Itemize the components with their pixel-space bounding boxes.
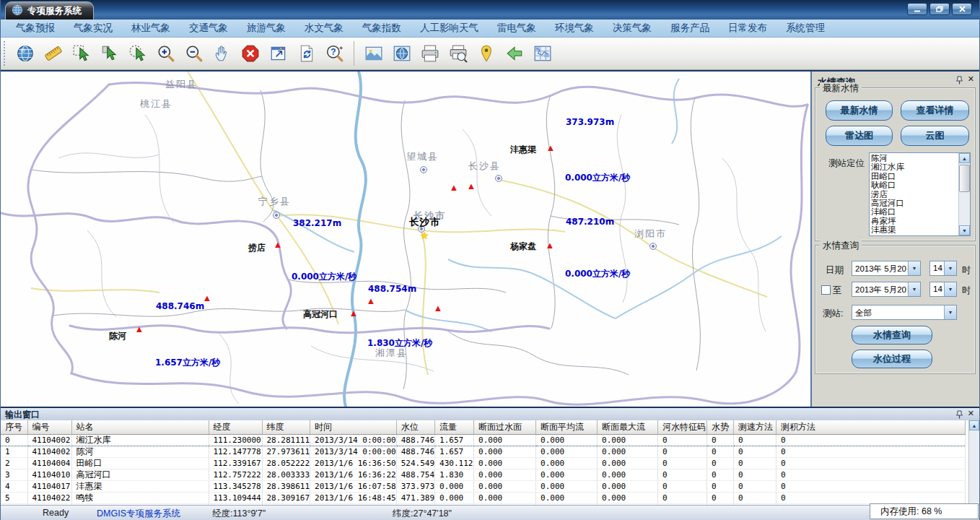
column-header[interactable]: 水位 [396,420,434,434]
station-list-item[interactable]: 高冠河口 [871,199,958,207]
dropdown-arrow-icon[interactable]: ▼ [944,261,956,275]
start-date-select[interactable]: 2013年 5月20日 ▼ [852,261,921,276]
station-marker-icon[interactable]: ▲ [467,181,476,191]
toolbar-grip[interactable] [4,41,8,66]
dropdown-arrow-icon[interactable]: ▼ [908,282,920,296]
station-marker-icon[interactable]: ▲ [274,240,283,249]
table-row[interactable]: 241104004田峪口112.33916728.0522222013/1/6 … [1,457,966,469]
station-listbox[interactable]: 陈河湘江水库田峪口耿峪口涝店高冠河口沣峪口冉家坪沣惠渠 ▲ ▼ [869,152,971,236]
station-marker-icon[interactable]: ▲ [546,143,556,152]
app-tab[interactable]: 专项服务系统 [5,1,94,20]
water-query-button[interactable]: 水情查询 [852,326,932,344]
station-list-item[interactable]: 涝店 [871,190,958,199]
menu-item-1[interactable]: 气象预报 [6,22,64,35]
column-header[interactable]: 编号 [27,420,71,434]
station-marker-icon[interactable]: ▲ [546,240,555,250]
table-row[interactable]: 341104010高冠河口112.75722228.0033332013/1/6… [1,469,966,480]
scroll-up-icon[interactable]: ▲ [959,153,970,163]
menu-item-14[interactable]: 系统管理 [776,22,834,35]
latest-water-button[interactable]: 最新水情 [826,100,893,121]
pin-icon[interactable] [956,76,963,87]
output-pin-icon[interactable] [956,410,963,421]
column-header[interactable]: 时间 [310,420,397,434]
column-header[interactable]: 纬度 [262,420,310,434]
zoom-out-button[interactable] [180,39,208,68]
measure-button[interactable] [39,39,67,68]
station-marker-icon[interactable]: ▲ [349,308,359,318]
view-detail-button[interactable]: 查看详情 [901,100,969,121]
table-row[interactable]: 041104002湘江水库111.23000028.2811112013/3/1… [1,434,966,446]
window-export-button[interactable] [264,39,292,68]
column-header[interactable]: 水势 [707,420,734,434]
column-header[interactable]: 断面平均流 [536,420,598,434]
restore-button[interactable] [929,3,950,15]
column-header[interactable]: 测速方法 [734,420,776,434]
to-checkbox[interactable] [821,285,831,295]
table-row[interactable]: 441104017沣惠渠113.34527828.3986112013/1/6 … [1,480,966,492]
menu-item-10[interactable]: 环境气象 [546,22,603,35]
minimize-button[interactable] [907,3,927,15]
start-hour-select[interactable]: 14 ▼ [929,261,957,276]
column-header[interactable]: 序号 [1,420,27,434]
menu-item-13[interactable]: 日常发布 [719,22,776,35]
output-close-icon[interactable]: ✕ [968,410,974,417]
menu-item-6[interactable]: 水文气象 [295,22,353,35]
menu-item-3[interactable]: 林业气象 [122,22,180,35]
menu-item-4[interactable]: 交通气象 [180,22,237,35]
map-pin-button[interactable] [472,39,500,68]
pan-button[interactable] [208,39,236,68]
print-button[interactable] [416,39,444,68]
station-list-item[interactable]: 冉家坪 [871,217,958,225]
station-list-item[interactable]: 湘江水库 [871,162,958,171]
station-select[interactable]: 全部 ▼ [852,305,957,320]
dropdown-arrow-icon[interactable]: ▼ [944,306,956,319]
stop-button[interactable] [236,39,264,68]
station-marker-icon[interactable]: ▲ [367,296,376,306]
zoom-in-button[interactable] [152,39,180,68]
select-arrow-button[interactable] [95,39,123,68]
end-date-select[interactable]: 2013年 5月20日 ▼ [852,282,921,297]
menu-item-7[interactable]: 气象指数 [353,22,411,35]
listbox-scrollbar[interactable]: ▲ ▼ [958,153,970,235]
column-header[interactable]: 测积方法 [776,420,966,434]
column-header[interactable]: 河水特征码 [658,420,707,434]
menu-item-8[interactable]: 人工影响天气 [411,22,488,35]
dropdown-arrow-icon[interactable]: ▼ [908,261,920,275]
menu-item-9[interactable]: 雷电气象 [488,22,546,35]
globe-window-button[interactable] [388,39,416,68]
column-header[interactable]: 断面最大流 [598,420,658,434]
refresh-button[interactable] [292,39,320,68]
close-button[interactable] [952,3,972,15]
scroll-track[interactable] [959,163,970,225]
scroll-thumb[interactable] [959,165,970,192]
radar-chart-button[interactable]: 雷达图 [826,126,893,146]
station-list-item[interactable]: 沣峪口 [871,207,958,216]
column-header[interactable]: 经度 [209,420,262,434]
menu-item-2[interactable]: 气象实况 [64,22,122,35]
cloud-image-button[interactable]: 云图 [901,126,969,146]
scroll-down-icon[interactable]: ▼ [959,225,970,235]
select-circle-button[interactable] [123,39,152,68]
menu-item-11[interactable]: 决策气象 [603,22,661,35]
output-scrollbar[interactable]: ▲ [968,420,979,505]
station-list-item[interactable]: 陈河 [871,154,958,162]
table-row[interactable]: 541104022鸣犊113.10944428.3091672013/1/6 1… [1,492,966,503]
dropdown-arrow-icon[interactable]: ▼ [944,282,956,296]
station-marker-icon[interactable]: ▲ [450,183,459,192]
globe-button[interactable] [11,39,39,68]
identify-button[interactable]: ? [320,39,349,68]
select-lasso-button[interactable] [67,39,95,68]
print-preview-button[interactable] [444,39,472,68]
column-header[interactable]: 断面过水面 [474,420,536,434]
station-list-item[interactable]: 田峪口 [871,172,958,181]
station-list-item[interactable]: 沣惠渠 [871,225,958,234]
back-button[interactable] [500,39,528,68]
map-canvas[interactable]: 桃江县益阳县宁乡县望城县长沙县浏阳市湘潭县长沙市长沙市捞店陈河高冠河口杨家盘沣惠… [1,72,810,407]
end-hour-select[interactable]: 14 ▼ [929,282,957,297]
image-button[interactable] [359,39,388,68]
menu-item-5[interactable]: 旅游气象 [237,22,295,35]
panel-close-icon[interactable]: ✕ [968,75,974,83]
table-row[interactable]: 141104002陈河112.14777827.9736112013/3/14 … [1,446,966,457]
column-header[interactable]: 流量 [435,420,474,434]
grid-map-button[interactable] [528,39,556,68]
